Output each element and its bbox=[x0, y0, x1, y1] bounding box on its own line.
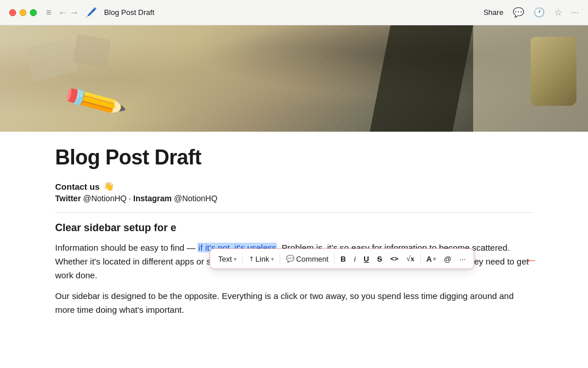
page-title: Blog Post Draft bbox=[55, 145, 533, 170]
color-chevron: ▾ bbox=[433, 256, 436, 262]
share-button[interactable]: Share bbox=[483, 8, 504, 17]
comment-icon[interactable]: 💬 bbox=[513, 7, 524, 18]
comment-label: Comment bbox=[296, 255, 328, 263]
bold-button[interactable]: B bbox=[337, 253, 349, 265]
close-button[interactable] bbox=[9, 9, 16, 16]
nav-arrows: ← → bbox=[58, 7, 79, 18]
back-button[interactable]: ← bbox=[58, 7, 67, 18]
minimize-button[interactable] bbox=[20, 9, 26, 16]
more-icon[interactable]: ··· bbox=[571, 7, 579, 18]
contact-section: Contact us 👋 Twitter @NotionHQ · Instagr… bbox=[55, 181, 533, 203]
banner-jar bbox=[531, 37, 577, 106]
text-formatting-toolbar: Text ▾ ↗ Link ▾ 💬 Comment B i U S <> √x … bbox=[210, 248, 474, 269]
titlebar: ≡ ← → 🖊️ Blog Post Draft Share 💬 🕐 ☆ ··· bbox=[0, 0, 588, 25]
social-line: Twitter @NotionHQ · Instagram @NotionHQ bbox=[55, 194, 533, 203]
text-type-chevron: ▾ bbox=[234, 256, 237, 262]
section-heading: Clear sidebar setup for e bbox=[55, 222, 533, 234]
instagram-handle: @NotionHQ bbox=[174, 194, 218, 203]
separator: · bbox=[129, 194, 133, 203]
fullscreen-button[interactable] bbox=[30, 9, 37, 16]
banner-shape-2 bbox=[72, 34, 111, 68]
link-button[interactable]: ↗ Link ▾ bbox=[245, 253, 277, 265]
page-icon: 🖊️ bbox=[86, 7, 97, 18]
color-label: A bbox=[427, 255, 432, 263]
italic-button[interactable]: i bbox=[350, 253, 359, 265]
twitter-label: Twitter bbox=[55, 194, 81, 203]
color-button[interactable]: A ▾ bbox=[423, 253, 439, 265]
page-content: Blog Post Draft Contact us 👋 Twitter @No… bbox=[0, 132, 588, 338]
math-button[interactable]: √x bbox=[403, 252, 418, 265]
contact-label: Contact us 👋 bbox=[55, 181, 533, 191]
page-banner: ✏️ bbox=[0, 25, 588, 132]
titlebar-actions: Share 💬 🕐 ☆ ··· bbox=[483, 7, 579, 18]
link-label: Link bbox=[256, 255, 269, 263]
twitter-handle: @NotionHQ bbox=[83, 194, 127, 203]
favorite-icon[interactable]: ☆ bbox=[554, 7, 562, 18]
underline-button[interactable]: U bbox=[360, 253, 372, 265]
instagram-label: Instagram bbox=[133, 194, 172, 203]
separator-3 bbox=[334, 254, 335, 264]
contact-text: Contact us bbox=[55, 182, 100, 191]
paragraph-2: Our sidebar is designed to be the opposi… bbox=[55, 289, 533, 317]
text-type-selector[interactable]: Text ▾ bbox=[215, 253, 240, 265]
divider bbox=[55, 212, 533, 213]
arrow-indicator: ← bbox=[524, 252, 538, 268]
separator-2 bbox=[280, 254, 280, 264]
comment-button[interactable]: 💬 Comment bbox=[283, 253, 332, 265]
contact-emoji: 👋 bbox=[103, 181, 114, 191]
separator-1 bbox=[242, 254, 243, 264]
code-button[interactable]: <> bbox=[386, 253, 401, 264]
history-icon[interactable]: 🕐 bbox=[533, 7, 545, 18]
separator-4 bbox=[420, 254, 421, 264]
text-type-label: Text bbox=[218, 255, 232, 263]
traffic-lights bbox=[9, 9, 37, 16]
hamburger-icon[interactable]: ≡ bbox=[46, 7, 51, 18]
link-icon: ↗ bbox=[247, 254, 256, 263]
link-chevron: ▾ bbox=[271, 256, 274, 262]
forward-button[interactable]: → bbox=[69, 7, 79, 18]
mention-button[interactable]: @ bbox=[440, 253, 455, 265]
more-options-button[interactable]: ··· bbox=[456, 253, 469, 265]
strikethrough-button[interactable]: S bbox=[374, 253, 386, 265]
comment-icon: 💬 bbox=[286, 255, 295, 263]
window-title: Blog Post Draft bbox=[104, 8, 154, 17]
